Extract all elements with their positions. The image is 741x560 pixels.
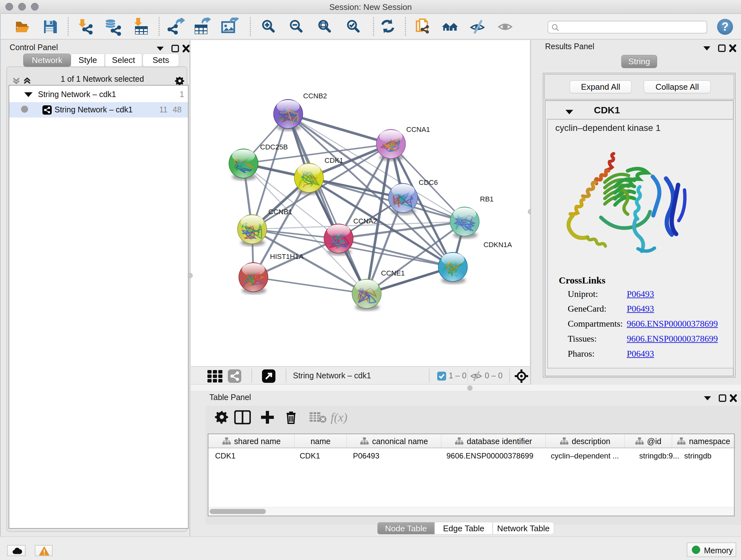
svg-text:?: ? xyxy=(722,20,729,33)
svg-text:CDC6: CDC6 xyxy=(419,179,438,186)
svg-text:CDK1: CDK1 xyxy=(325,157,343,165)
svg-text:CCNB2: CCNB2 xyxy=(303,92,327,100)
svg-text:CCNA2: CCNA2 xyxy=(353,217,377,225)
svg-text:HIST1H1A: HIST1H1A xyxy=(270,253,304,260)
svg-text:CDC25B: CDC25B xyxy=(260,143,288,151)
svg-text:CDKN1A: CDKN1A xyxy=(483,241,512,249)
svg-text:CCNE1: CCNE1 xyxy=(381,269,405,277)
svg-text:CCNB1: CCNB1 xyxy=(268,208,292,216)
svg-text:RB1: RB1 xyxy=(480,195,494,203)
svg-text:CCNA1: CCNA1 xyxy=(406,125,430,133)
